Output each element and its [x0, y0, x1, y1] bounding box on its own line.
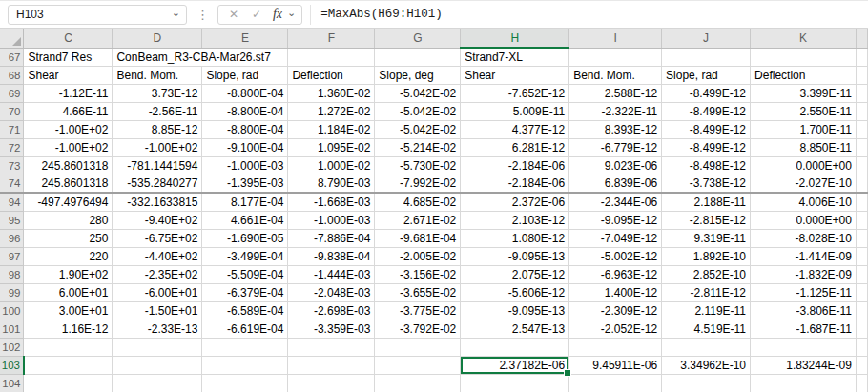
cell-F74[interactable]: 8.790E-03 — [288, 175, 375, 193]
cell-K101[interactable]: -1.687E-11 — [751, 320, 857, 338]
cell-K73[interactable]: 0.000E+00 — [751, 156, 857, 175]
cell-filler-103[interactable] — [856, 356, 867, 374]
cell-D101[interactable]: -2.33E-13 — [113, 320, 202, 338]
cell-filler-74[interactable] — [856, 175, 867, 193]
cell-F67[interactable] — [288, 48, 375, 66]
cell-J102[interactable] — [662, 338, 751, 356]
cell-G97[interactable]: -2.005E-02 — [375, 247, 461, 265]
cell-K71[interactable]: 1.700E-11 — [751, 120, 857, 138]
cell-G70[interactable]: -5.042E-02 — [375, 102, 461, 120]
cell-D94[interactable]: -332.1633815 — [113, 193, 202, 211]
cell-K99[interactable]: -1.125E-11 — [751, 283, 857, 301]
cell-J95[interactable]: -2.815E-12 — [662, 211, 751, 229]
cell-D100[interactable]: -1.50E+01 — [113, 301, 202, 320]
cell-D97[interactable]: -4.40E+02 — [113, 247, 202, 265]
cell-H71[interactable]: 4.377E-12 — [461, 120, 569, 138]
cell-E98[interactable]: -5.509E-04 — [202, 265, 288, 283]
cell-H94[interactable]: 2.372E-06 — [461, 193, 569, 211]
cell-filler-68[interactable] — [856, 66, 867, 84]
cell-G67[interactable] — [375, 48, 461, 66]
cell-H67[interactable]: Strand7-XL — [461, 48, 569, 66]
cell-K67[interactable] — [751, 48, 857, 66]
cell-D68[interactable]: Bend. Mom. — [113, 66, 202, 84]
row-header-99[interactable]: 99 — [0, 283, 24, 301]
name-box-chevron-icon[interactable]: ⌄ — [172, 8, 180, 17]
cell-J98[interactable]: 2.852E-10 — [662, 265, 751, 283]
cell-I67[interactable] — [569, 48, 662, 66]
cell-K104[interactable] — [751, 374, 857, 392]
cell-filler-94[interactable] — [856, 193, 867, 211]
cell-G74[interactable]: -7.992E-02 — [375, 175, 461, 193]
cell-J100[interactable]: 2.119E-11 — [662, 301, 751, 320]
cell-E73[interactable]: -1.000E-03 — [202, 156, 288, 175]
cell-E100[interactable]: -6.589E-04 — [202, 301, 288, 320]
cell-J70[interactable]: -8.499E-12 — [662, 102, 751, 120]
row-header-100[interactable]: 100 — [0, 301, 24, 320]
cell-E97[interactable]: -3.499E-04 — [202, 247, 288, 265]
cell-F70[interactable]: 1.272E-02 — [288, 102, 375, 120]
cell-H97[interactable]: -9.095E-13 — [461, 247, 569, 265]
column-header-F[interactable]: F — [288, 29, 375, 48]
cell-J69[interactable]: -8.499E-12 — [662, 84, 751, 102]
cell-E101[interactable]: -6.619E-04 — [202, 320, 288, 338]
column-header-I[interactable]: I — [569, 29, 662, 48]
cell-G99[interactable]: -3.655E-02 — [375, 283, 461, 301]
cell-filler-98[interactable] — [856, 265, 867, 283]
column-header-G[interactable]: G — [375, 29, 461, 48]
cell-G69[interactable]: -5.042E-02 — [375, 84, 461, 102]
row-header-74[interactable]: 74 — [0, 175, 24, 193]
cell-K103[interactable]: 1.83244E-09 — [751, 356, 857, 374]
cell-J96[interactable]: 9.319E-11 — [662, 229, 751, 247]
row-header-73[interactable]: 73 — [0, 156, 24, 175]
cell-G96[interactable]: -9.681E-04 — [375, 229, 461, 247]
cell-D67[interactable]: ConBeam_R3-CBA-Mar26.st7 — [113, 48, 288, 66]
column-header-D[interactable]: D — [113, 29, 202, 48]
cell-G68[interactable]: Slope, deg — [375, 66, 461, 84]
cell-filler-104[interactable] — [856, 374, 867, 392]
cell-I100[interactable]: -2.309E-12 — [569, 301, 662, 320]
cell-F97[interactable]: -9.838E-04 — [288, 247, 375, 265]
cell-K74[interactable]: -2.027E-10 — [751, 175, 857, 193]
cell-C103[interactable] — [24, 356, 113, 374]
cell-D104[interactable] — [113, 374, 202, 392]
cell-I68[interactable]: Bend. Mom. — [569, 66, 662, 84]
row-header-71[interactable]: 71 — [0, 120, 24, 138]
cell-G101[interactable]: -3.792E-02 — [375, 320, 461, 338]
cell-E95[interactable]: 4.661E-04 — [202, 211, 288, 229]
cell-C67[interactable]: Strand7 Res — [24, 48, 113, 66]
cell-C99[interactable]: 6.00E+01 — [24, 283, 113, 301]
row-header-97[interactable]: 97 — [0, 247, 24, 265]
cell-F95[interactable]: -1.000E-03 — [288, 211, 375, 229]
cell-H101[interactable]: 2.547E-13 — [461, 320, 569, 338]
cell-J67[interactable] — [662, 48, 751, 66]
cell-F68[interactable]: Deflection — [288, 66, 375, 84]
select-all-corner[interactable] — [0, 29, 24, 48]
cell-C71[interactable]: -1.00E+02 — [24, 120, 113, 138]
cell-J101[interactable]: 4.519E-11 — [662, 320, 751, 338]
cell-K69[interactable]: 3.399E-11 — [751, 84, 857, 102]
cell-H73[interactable]: -2.184E-06 — [461, 156, 569, 175]
cell-C73[interactable]: 245.8601318 — [24, 156, 113, 175]
cell-K97[interactable]: -1.414E-09 — [751, 247, 857, 265]
cell-filler-67[interactable] — [856, 48, 867, 66]
cell-H98[interactable]: 2.075E-12 — [461, 265, 569, 283]
cell-E104[interactable] — [202, 374, 288, 392]
row-header-94[interactable]: 94 — [0, 193, 24, 211]
cell-C74[interactable]: 245.8601318 — [24, 175, 113, 193]
cell-I72[interactable]: -6.779E-12 — [569, 138, 662, 156]
cell-G71[interactable]: -5.042E-02 — [375, 120, 461, 138]
cell-E94[interactable]: 8.177E-04 — [202, 193, 288, 211]
cell-G73[interactable]: -5.730E-02 — [375, 156, 461, 175]
cell-G95[interactable]: 2.671E-02 — [375, 211, 461, 229]
cell-I94[interactable]: -2.344E-06 — [569, 193, 662, 211]
cell-C68[interactable]: Shear — [24, 66, 113, 84]
cell-filler-99[interactable] — [856, 283, 867, 301]
cell-H102[interactable] — [461, 338, 569, 356]
cell-filler-95[interactable] — [856, 211, 867, 229]
row-header-95[interactable]: 95 — [0, 211, 24, 229]
cell-I99[interactable]: 1.400E-12 — [569, 283, 662, 301]
cell-K95[interactable]: 0.000E+00 — [751, 211, 857, 229]
cell-H104[interactable] — [461, 374, 569, 392]
cell-E102[interactable] — [202, 338, 288, 356]
cell-E72[interactable]: -9.100E-04 — [202, 138, 288, 156]
